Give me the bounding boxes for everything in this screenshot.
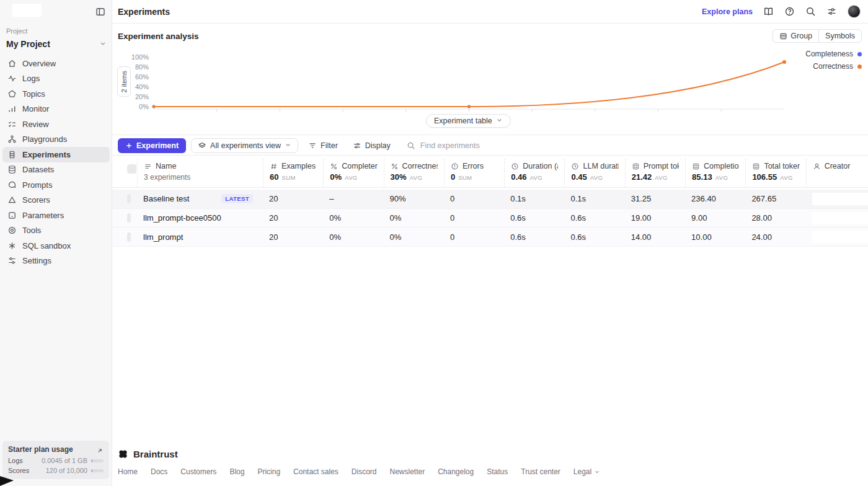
experiment-table-toggle[interactable]: Experiment table [426, 114, 511, 128]
footer-link-customers[interactable]: Customers [180, 467, 216, 476]
sidebar-item-experiments[interactable]: Experiments [2, 147, 110, 162]
column-aggregate-type: AVG [655, 174, 668, 181]
sidebar-item-monitor[interactable]: Monitor [2, 102, 110, 117]
docs-book-icon[interactable] [763, 6, 774, 17]
project-selector[interactable]: My Project [6, 38, 107, 50]
experiment-analysis-panel: Experiment analysis ••• Group Symbols Co… [112, 24, 868, 135]
sidebar-nav: OverviewLogsTopicsMonitorReviewPlaygroun… [2, 56, 110, 268]
footer-link-newsletter[interactable]: Newsletter [389, 467, 425, 476]
column-aggregate-value: 0.46 [511, 172, 526, 182]
preferences-sliders-icon[interactable] [826, 6, 837, 17]
explore-plans-link[interactable]: Explore plans [702, 7, 753, 16]
column-header-prompt_tokens[interactable]: Prompt tok...21.42AVG [625, 159, 685, 187]
percent-icon [391, 162, 399, 170]
sidebar-item-settings[interactable]: Settings [2, 254, 110, 269]
cell-completeness: 0% [323, 213, 383, 223]
bar-chart-icon [7, 104, 17, 113]
column-aggregate-type: SUM [458, 174, 472, 181]
footer-link-legal[interactable]: Legal [574, 467, 600, 476]
footer-link-blog[interactable]: Blog [229, 467, 244, 476]
sidebar-item-review[interactable]: Review [2, 117, 110, 132]
cell-prompt_tokens: 31.25 [625, 194, 685, 203]
workspace-logo[interactable] [12, 4, 42, 17]
column-header-duration[interactable]: Duration (a...0.46AVG [504, 159, 564, 187]
row-checkbox-cell [112, 213, 137, 223]
column-header-name[interactable]: Name3 experiments [137, 159, 263, 187]
footer-link-docs[interactable]: Docs [151, 467, 167, 476]
row-checkbox-cell [112, 194, 137, 203]
column-header-total_tokens[interactable]: Total token...106.55AVG [745, 159, 805, 187]
row-checkbox[interactable] [127, 194, 131, 203]
usage-metric-label: Logs [8, 457, 42, 464]
experiment-name-cell[interactable]: llm_prompt-bcee0500 [137, 213, 263, 223]
experiment-name-cell[interactable]: Baseline testLATEST [137, 194, 263, 203]
sidebar-item-label: Review [22, 120, 49, 129]
sidebar-item-tools[interactable]: Tools [2, 223, 110, 239]
sidebar-item-overview[interactable]: Overview [2, 56, 110, 71]
sidebar-item-label: Experiments [22, 150, 71, 159]
cell-completion_tokens: 9.00 [685, 213, 745, 223]
sidebar-item-topics[interactable]: Topics [2, 86, 110, 102]
column-label: Creator [825, 162, 851, 170]
table-row[interactable]: llm_prompt200%0%00.6s0.6s14.0010.0024.00 [112, 228, 868, 247]
row-checkbox[interactable] [127, 232, 131, 242]
top-bar: Experiments Explore plans [112, 0, 868, 24]
usage-row: Logs0.0045 of 1 GB [8, 457, 104, 464]
footer-link-changelog[interactable]: Changelog [438, 467, 474, 476]
plan-usage-card[interactable]: Starter plan usage Logs0.0045 of 1 GBSco… [2, 441, 109, 479]
help-icon[interactable] [784, 6, 795, 17]
sidebar-item-sql-sandbox[interactable]: SQL sandbox [2, 238, 110, 254]
experiment-name-cell[interactable]: llm_prompt [137, 232, 263, 242]
column-header-completeness[interactable]: Completen...0%AVG [323, 159, 383, 187]
page-footer: Braintrust HomeDocsCustomersBlogPricingC… [118, 449, 600, 476]
user-avatar[interactable] [848, 5, 861, 18]
usage-progress-bar [91, 469, 104, 472]
column-header-examples[interactable]: Examples60SUM [263, 159, 323, 187]
new-experiment-button[interactable]: Experiment [118, 138, 186, 153]
column-aggregate-type: AVG [715, 174, 728, 181]
sidebar-item-label: Datasets [22, 165, 54, 174]
clock-icon [511, 162, 519, 170]
footer-link-pricing[interactable]: Pricing [257, 467, 280, 476]
sidebar-item-prompts[interactable]: Prompts [2, 177, 110, 193]
filter-button[interactable]: Filter [303, 139, 343, 152]
cell-duration: 0.6s [504, 213, 564, 223]
chat-bubble-icon [7, 180, 17, 190]
sidebar-item-scorers[interactable]: Scorers [2, 193, 110, 208]
table-row[interactable]: Baseline testLATEST20–90%00.1s0.1s31.252… [112, 190, 868, 209]
display-button[interactable]: Display [348, 139, 396, 152]
sidebar-item-parameters[interactable]: Parameters [2, 208, 110, 223]
cell-errors: 0 [444, 194, 504, 203]
chevron-down-icon [594, 469, 600, 475]
column-header-creator[interactable]: Creator [806, 159, 868, 187]
column-header-correctness[interactable]: Correctness30%AVG [384, 159, 444, 187]
sidebar-item-label: Topics [22, 89, 45, 99]
cell-completeness: 0% [323, 232, 383, 242]
chevron-down-icon [496, 117, 503, 125]
footer-link-home[interactable]: Home [118, 467, 138, 476]
footer-link-contact-sales[interactable]: Contact sales [293, 467, 339, 476]
column-header-errors[interactable]: Errors0SUM [444, 159, 504, 187]
sidebar-item-datasets[interactable]: Datasets [2, 162, 110, 178]
column-header-completion_tokens[interactable]: Completion...85.13AVG [685, 159, 745, 187]
column-aggregate-type: SUM [281, 174, 295, 181]
clock-icon [571, 162, 579, 170]
column-aggregate-value: 106.55 [752, 172, 777, 182]
footer-link-discord[interactable]: Discord [352, 467, 377, 476]
row-checkbox[interactable] [127, 213, 131, 223]
sidebar-item-playgrounds[interactable]: Playgrounds [2, 132, 110, 148]
footer-link-status[interactable]: Status [487, 467, 508, 476]
column-header-llm_duration[interactable]: LLM durati...0.45AVG [564, 159, 624, 187]
sidebar-item-logs[interactable]: Logs [2, 71, 110, 87]
column-aggregate-type: AVG [590, 174, 603, 181]
search-icon[interactable] [805, 6, 816, 17]
table-row[interactable]: llm_prompt-bcee0500200%0%00.6s0.6s19.009… [112, 209, 868, 228]
redacted-creator [812, 231, 868, 243]
footer-link-trust-center[interactable]: Trust center [521, 467, 560, 476]
search-input[interactable] [420, 141, 606, 150]
view-selector[interactable]: All experiments view [191, 138, 298, 153]
select-all-checkbox[interactable] [127, 164, 136, 174]
brand[interactable]: Braintrust [118, 449, 600, 459]
usage-progress-bar [91, 459, 104, 462]
panel-left-icon[interactable] [95, 7, 107, 18]
